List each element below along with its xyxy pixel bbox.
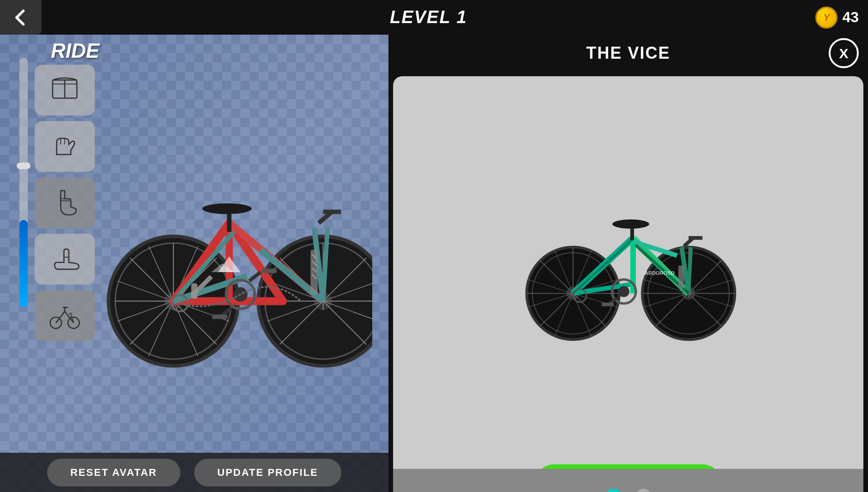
color-dot-teal[interactable] [605,489,622,492]
equip-btn-shorts[interactable] [35,65,95,115]
update-profile-button[interactable]: UPDATE PROFILE [194,459,341,486]
bottom-buttons: RESET AVATAR UPDATE PROFILE [0,453,388,492]
back-icon [11,7,31,28]
svg-point-94 [612,219,649,229]
equip-btn-gloves[interactable] [35,121,95,172]
reset-avatar-button[interactable]: RESET AVATAR [47,459,180,486]
shoes-icon [49,243,81,275]
vice-bike-svg: ARDOROSO [513,196,744,353]
bike-name-label: THE VICE [586,43,670,63]
svg-point-46 [203,203,252,214]
coin-icon: Y [815,6,837,29]
slider-thumb[interactable] [17,163,31,169]
svg-rect-103 [678,266,684,289]
shorts-icon [49,74,81,106]
svg-line-52 [249,272,260,281]
svg-rect-100 [602,303,614,306]
main-bike-display [92,62,384,455]
back-button[interactable] [0,0,42,35]
coin-area: Y 43 [815,6,859,29]
right-panel: THE VICE X [388,35,868,492]
socks-icon [49,187,81,219]
svg-rect-53 [212,315,228,319]
coin-count: 43 [842,9,859,26]
bike-icon [49,299,81,332]
right-content: ARDOROSO CHOOSE [393,76,863,492]
svg-text:ARDOROSO: ARDOROSO [645,270,675,276]
color-dots-area [393,469,863,492]
ride-label: RIDE [51,39,99,62]
svg-rect-62 [191,283,198,299]
top-bar: LEVEL 1 Y 43 [0,0,868,35]
bike-display-area: ARDOROSO [402,85,854,464]
level-title: LEVEL 1 [42,7,815,27]
equip-btn-bike[interactable] [35,290,95,341]
main-bike-svg [104,139,372,379]
slider-fill [19,220,28,307]
color-dot-gray[interactable] [635,489,652,492]
equip-btn-shoes[interactable] [35,234,95,285]
svg-rect-54 [261,268,277,273]
close-button[interactable]: X [829,38,859,68]
svg-line-90 [689,247,691,293]
equipment-sidebar [35,65,95,341]
right-header: THE VICE X [388,35,868,72]
vertical-slider[interactable] [19,58,28,307]
gloves-icon [49,130,81,163]
coin-symbol: Y [823,12,830,24]
equip-btn-socks[interactable] [35,177,95,228]
left-panel: RIDE [0,35,388,492]
svg-point-98 [618,286,629,297]
